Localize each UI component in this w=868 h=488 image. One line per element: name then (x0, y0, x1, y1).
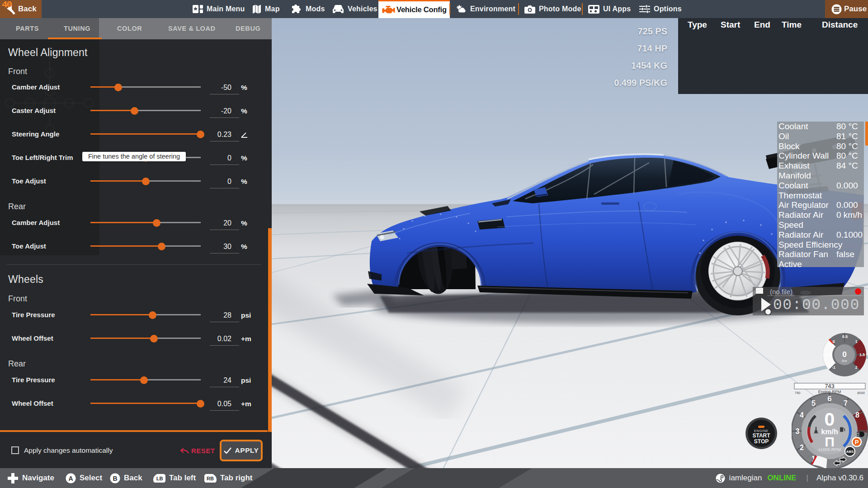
svg-text:0: 0 (842, 350, 846, 359)
svg-text:RB: RB (207, 476, 214, 481)
svg-text:Bar: Bar (842, 359, 847, 363)
svg-text:5: 5 (811, 399, 816, 407)
svg-text:P: P (855, 439, 859, 446)
svg-text:START: START (752, 432, 770, 439)
svg-text:8: 8 (855, 411, 859, 419)
svg-text:-0.5: -0.5 (825, 352, 831, 357)
svg-text:x1000 RPM: x1000 RPM (818, 447, 841, 452)
svg-text:STOP: STOP (754, 438, 769, 445)
svg-text:7: 7 (844, 399, 848, 407)
svg-text:A: A (68, 474, 73, 482)
svg-text:LB: LB (156, 476, 163, 481)
svg-text:-1: -1 (832, 365, 835, 370)
svg-text:2: 2 (800, 444, 804, 451)
svg-text:0: 0 (825, 409, 835, 430)
svg-text:2: 2 (855, 365, 858, 370)
svg-text:0.5: 0.5 (842, 334, 848, 339)
svg-text:1.5: 1.5 (859, 352, 865, 357)
svg-text:8000: 8000 (857, 391, 865, 395)
svg-text:750: 750 (795, 391, 801, 395)
svg-text:3: 3 (796, 427, 800, 435)
svg-text:1: 1 (855, 339, 858, 344)
svg-text:0: 0 (833, 339, 835, 344)
svg-text:B: B (113, 474, 117, 482)
svg-text:743: 743 (825, 383, 835, 389)
svg-text:ABS: ABS (846, 450, 854, 454)
svg-text:6: 6 (828, 395, 832, 403)
svg-text:4: 4 (800, 411, 804, 419)
